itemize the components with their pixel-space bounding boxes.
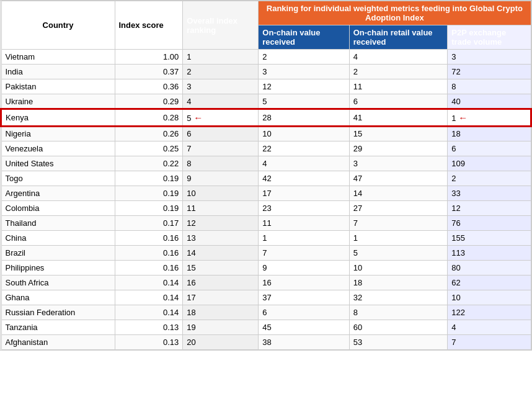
- cell-onchain-retail: 15: [349, 126, 448, 141]
- cell-p2p: 4: [448, 320, 531, 335]
- cell-onchain-retail: 7: [349, 216, 448, 231]
- cell-p2p: 33: [448, 186, 531, 201]
- cell-overall: 12: [183, 216, 259, 231]
- cell-overall: 8: [183, 156, 259, 171]
- cell-onchain-retail: 2: [349, 65, 448, 79]
- cell-onchain-retail: 41: [349, 109, 448, 126]
- cell-overall: 10: [183, 186, 259, 201]
- cell-country: Nigeria: [1, 126, 115, 141]
- table-row: Togo0.19942472: [1, 171, 531, 186]
- col-header-p2p: P2P exchange trade volume: [448, 25, 531, 50]
- cell-country: Pakistan: [1, 79, 115, 94]
- cell-overall: 11: [183, 201, 259, 216]
- cell-country: Vietnam: [1, 50, 115, 65]
- cell-index: 0.37: [115, 65, 183, 79]
- table-row: Thailand0.171211776: [1, 216, 531, 231]
- arrow-overall: ←: [193, 112, 203, 123]
- cell-onchain-value: 28: [259, 109, 349, 126]
- cell-index: 1.00: [115, 50, 183, 65]
- cell-p2p: 72: [448, 65, 531, 79]
- cell-overall: 18: [183, 305, 259, 320]
- table-row: Ghana0.1417373210: [1, 290, 531, 305]
- cell-index: 0.14: [115, 275, 183, 290]
- cell-country: Brazil: [1, 246, 115, 261]
- cell-index: 0.22: [115, 156, 183, 171]
- arrow-p2p: ←: [458, 112, 468, 123]
- cell-onchain-retail: 10: [349, 261, 448, 275]
- cell-overall: 9: [183, 171, 259, 186]
- cell-p2p: 113: [448, 246, 531, 261]
- cell-p2p: 1 ←: [448, 109, 531, 126]
- cell-p2p: 6: [448, 141, 531, 156]
- cell-p2p: 10: [448, 290, 531, 305]
- cell-p2p: 7: [448, 335, 531, 350]
- cell-index: 0.19: [115, 201, 183, 216]
- cell-index: 0.25: [115, 141, 183, 156]
- cell-p2p: 62: [448, 275, 531, 290]
- cell-index: 0.36: [115, 79, 183, 94]
- cell-p2p: 8: [448, 79, 531, 94]
- cell-country: Philippines: [1, 261, 115, 275]
- cell-onchain-value: 11: [259, 216, 349, 231]
- cell-onchain-value: 6: [259, 305, 349, 320]
- cell-index: 0.13: [115, 335, 183, 350]
- table-row: Russian Federation0.141868122: [1, 305, 531, 320]
- table-row: Colombia0.1911232712: [1, 201, 531, 216]
- cell-overall: 20: [183, 335, 259, 350]
- table-row: India0.3723272: [1, 65, 531, 79]
- cell-onchain-retail: 47: [349, 171, 448, 186]
- cell-onchain-retail: 18: [349, 275, 448, 290]
- cell-country: South Africa: [1, 275, 115, 290]
- cell-onchain-value: 12: [259, 79, 349, 94]
- cell-p2p: 3: [448, 50, 531, 65]
- table-row: United States0.22843109: [1, 156, 531, 171]
- cell-country: China: [1, 231, 115, 246]
- table-row: South Africa0.1416161862: [1, 275, 531, 290]
- cell-p2p: 122: [448, 305, 531, 320]
- cell-index: 0.14: [115, 290, 183, 305]
- cell-p2p: 155: [448, 231, 531, 246]
- table-row: China0.161311155: [1, 231, 531, 246]
- cell-index: 0.13: [115, 320, 183, 335]
- cell-onchain-retail: 29: [349, 141, 448, 156]
- cell-onchain-value: 9: [259, 261, 349, 275]
- cell-country: Colombia: [1, 201, 115, 216]
- cell-overall: 17: [183, 290, 259, 305]
- col-header-index: Index score: [115, 1, 183, 50]
- cell-onchain-value: 1: [259, 231, 349, 246]
- col-header-onchain-retail: On-chain retail value received: [349, 25, 448, 50]
- cell-onchain-retail: 11: [349, 79, 448, 94]
- table-row: Pakistan0.36312118: [1, 79, 531, 94]
- cell-onchain-value: 17: [259, 186, 349, 201]
- cell-onchain-value: 10: [259, 126, 349, 141]
- cell-p2p: 2: [448, 171, 531, 186]
- table-row: Philippines0.161591080: [1, 261, 531, 275]
- cell-onchain-value: 45: [259, 320, 349, 335]
- cell-index: 0.16: [115, 246, 183, 261]
- cell-onchain-retail: 60: [349, 320, 448, 335]
- table-row: Tanzania0.131945604: [1, 320, 531, 335]
- cell-onchain-value: 16: [259, 275, 349, 290]
- cell-country: Argentina: [1, 186, 115, 201]
- cell-onchain-retail: 4: [349, 50, 448, 65]
- cell-p2p: 76: [448, 216, 531, 231]
- col-header-overall: Overall index ranking: [183, 1, 259, 50]
- cell-onchain-value: 5: [259, 94, 349, 110]
- cell-onchain-retail: 27: [349, 201, 448, 216]
- cell-onchain-retail: 8: [349, 305, 448, 320]
- cell-onchain-retail: 14: [349, 186, 448, 201]
- cell-onchain-retail: 6: [349, 94, 448, 110]
- cell-onchain-retail: 3: [349, 156, 448, 171]
- crypto-adoption-table: Country Index score Overall index rankin…: [1, 1, 531, 350]
- cell-onchain-retail: 5: [349, 246, 448, 261]
- cell-onchain-retail: 53: [349, 335, 448, 350]
- col-header-onchain-value: On-chain value received: [259, 25, 349, 50]
- cell-overall: 14: [183, 246, 259, 261]
- cell-onchain-value: 7: [259, 246, 349, 261]
- cell-country: Russian Federation: [1, 305, 115, 320]
- cell-index: 0.19: [115, 171, 183, 186]
- cell-index: 0.29: [115, 94, 183, 110]
- cell-p2p: 18: [448, 126, 531, 141]
- cell-index: 0.17: [115, 216, 183, 231]
- table-row: Brazil0.161475113: [1, 246, 531, 261]
